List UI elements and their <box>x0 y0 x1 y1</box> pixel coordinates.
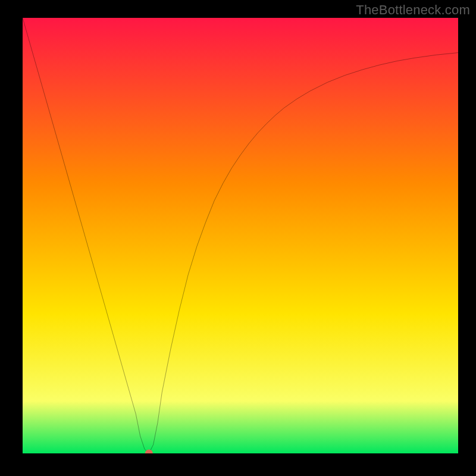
bottleneck-curve-chart <box>23 18 458 453</box>
plot-area <box>21 18 458 455</box>
watermark-text: TheBottleneck.com <box>356 2 470 18</box>
chart-frame: { "watermark": "TheBottleneck.com", "cha… <box>0 0 476 476</box>
gradient-background <box>23 18 458 453</box>
